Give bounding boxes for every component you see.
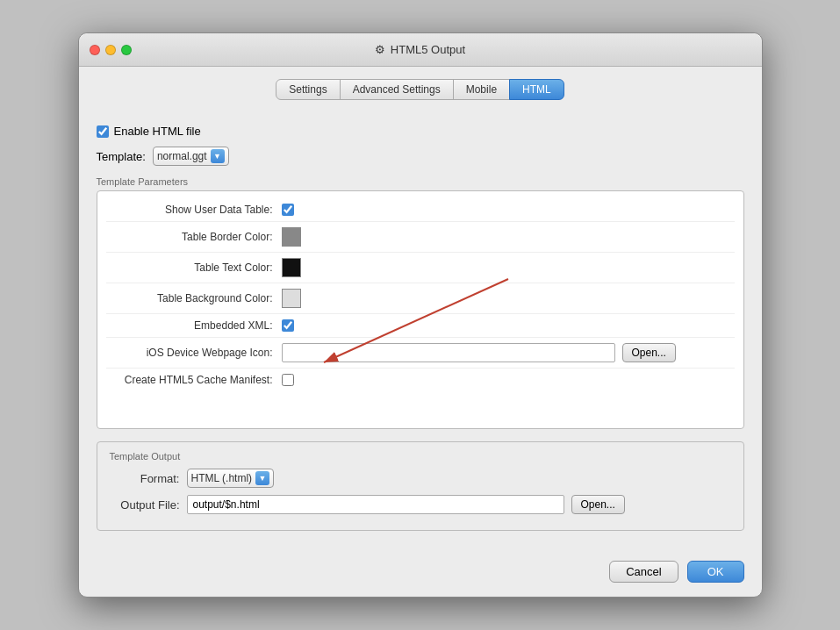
color-swatch-table-border[interactable] [282,227,301,247]
param-show-user-data-table: Show User Data Table: [106,198,735,222]
template-value: normal.ggt [157,150,207,162]
template-select[interactable]: normal.ggt ▼ [153,147,229,166]
param-control-table-bg-color [282,289,301,308]
param-ios-device-icon: iOS Device Webpage Icon: Open... [106,338,735,369]
maximize-button[interactable] [121,45,132,55]
ios-device-icon-input[interactable] [282,343,615,362]
enable-html-checkbox[interactable] [97,125,109,138]
tab-bar: Settings Advanced Settings Mobile HTML [97,79,744,100]
color-swatch-table-bg[interactable] [282,289,301,308]
param-cache-manifest: Create HTML5 Cache Manifest: [106,369,735,391]
output-file-label: Output File: [110,498,180,512]
param-label-table-bg-color: Table Background Color: [106,292,273,304]
ios-device-icon-open-button[interactable]: Open... [622,343,676,362]
output-file-row: Output File: Open... [110,495,731,514]
checkbox-show-user-data-table[interactable] [282,204,294,216]
param-label-cache-manifest: Create HTML5 Cache Manifest: [106,374,273,386]
param-label-show-user-data-table: Show User Data Table: [106,204,273,216]
color-swatch-table-text[interactable] [282,258,301,277]
tab-html[interactable]: HTML [509,79,564,100]
param-label-ios-device-icon: iOS Device Webpage Icon: [106,347,273,359]
traffic-lights [90,45,132,55]
param-table-bg-color: Table Background Color: [106,283,735,314]
output-file-input[interactable] [187,495,564,514]
format-value: HTML (.html) [191,472,253,484]
tab-mobile[interactable]: Mobile [453,79,510,100]
tab-advanced-settings[interactable]: Advanced Settings [340,79,454,100]
param-control-ios-device-icon: Open... [282,343,676,362]
template-output-section: Template Output Format: HTML (.html) ▼ O… [97,441,744,531]
param-control-show-user-data-table [282,204,294,216]
title-text: HTML5 Output [391,43,465,56]
format-select[interactable]: HTML (.html) ▼ [187,469,275,488]
format-label: Format: [110,472,180,485]
param-control-table-text-color [282,258,301,277]
params-scroll-area[interactable]: Show User Data Table: Table Border Color… [97,191,743,428]
param-control-cache-manifest [282,374,294,386]
format-row: Format: HTML (.html) ▼ [110,469,731,488]
template-label: Template: [97,150,146,163]
param-label-table-text-color: Table Text Color: [106,261,273,274]
ok-button[interactable]: OK [687,561,744,583]
format-arrow-icon: ▼ [255,471,269,485]
checkbox-embedded-xml[interactable] [282,319,294,332]
params-section-label: Template Parameters [97,176,744,187]
param-table-border-color: Table Border Color: [106,222,735,253]
main-window: ⚙ HTML5 Output Settings Advanced Setting… [78,32,763,598]
enable-html-label: Enable HTML file [114,125,201,138]
bottom-bar: Cancel OK [79,548,762,597]
param-embedded-xml: Embedded XML: [106,314,735,338]
output-file-open-button[interactable]: Open... [571,495,625,514]
template-parameters-section: Template Parameters Show User Data Table… [97,176,744,429]
param-label-table-border-color: Table Border Color: [106,231,273,243]
param-control-embedded-xml [282,319,294,332]
template-arrow-icon: ▼ [211,149,225,163]
cancel-button[interactable]: Cancel [609,561,678,583]
output-section-label: Template Output [110,451,731,462]
checkbox-cache-manifest[interactable] [282,374,294,386]
template-row: Template: normal.ggt ▼ [97,147,744,166]
minimize-button[interactable] [105,45,116,55]
param-table-text-color: Table Text Color: [106,253,735,283]
params-box: Show User Data Table: Table Border Color… [97,190,744,429]
enable-html-row: Enable HTML file [97,125,744,138]
param-label-embedded-xml: Embedded XML: [106,319,273,332]
tab-settings[interactable]: Settings [276,79,340,100]
titlebar: ⚙ HTML5 Output [79,33,762,67]
title-icon: ⚙ [375,43,385,56]
close-button[interactable] [90,45,100,55]
window-title: ⚙ HTML5 Output [375,43,465,56]
param-control-table-border-color [282,227,301,247]
